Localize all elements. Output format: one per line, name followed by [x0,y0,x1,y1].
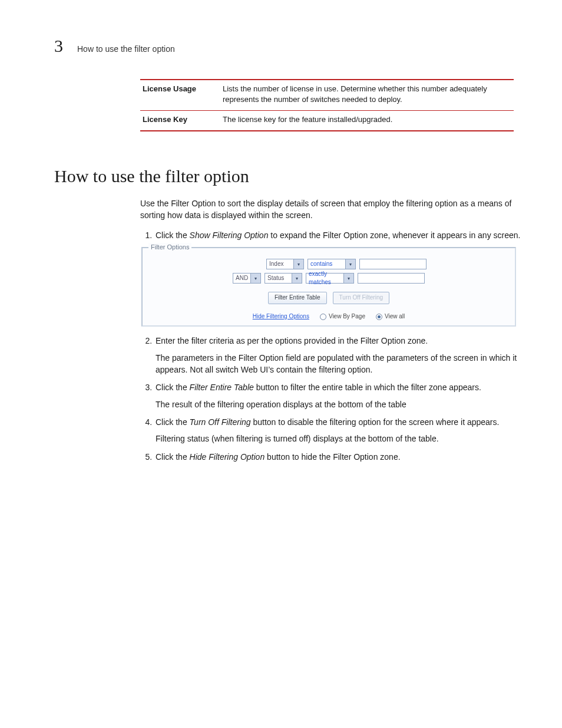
table-row: License Usage Lists the number of licens… [140,80,514,111]
license-key-desc: The license key for the feature installe… [220,111,514,131]
license-table: License Usage Lists the number of licens… [140,79,514,132]
value-input-2[interactable] [358,273,425,284]
logic-select[interactable]: AND ▾ [233,273,261,284]
filter-entire-table-button[interactable]: Filter Entire Table [268,292,327,304]
value-input-1[interactable] [359,259,427,269]
chevron-down-icon: ▾ [293,259,303,269]
chevron-down-icon: ▾ [250,274,260,283]
logic-select-value: AND [236,274,248,283]
chapter-number: 3 [54,33,63,59]
step-5: Click the Hide Filtering Option button t… [154,451,528,463]
view-all-radio[interactable]: View all [376,312,405,321]
step-emphasis: Turn Off Filtering [190,417,251,427]
step-text: button to hide the Filter Option zone. [265,452,400,462]
radio-label: View all [385,312,405,321]
license-usage-desc: Lists the number of license in use. Dete… [220,80,514,111]
step-2: Enter the filter criteria as per the opt… [154,335,528,375]
radio-icon [376,314,382,320]
turn-off-filtering-button[interactable]: Turn Off Filtering [333,292,389,304]
filter-options-panel: Filter Options Index ▾ contains ▾ [141,247,516,327]
step-note: The parameters in the Filter Option fiel… [156,352,528,376]
radio-icon [320,314,326,320]
operator-select-1[interactable]: contains ▾ [308,259,356,269]
steps-list: Click the Show Filtering Option to expan… [140,229,528,463]
chevron-down-icon: ▾ [343,274,353,283]
step-emphasis: Filter Entire Table [190,383,254,392]
step-text: Enter the filter criteria as per the opt… [156,336,428,345]
field-select-1-value: Index [269,260,283,269]
step-text: Click the [156,383,190,392]
operator-select-2[interactable]: exactly matches ▾ [306,273,354,284]
step-4: Click the Turn Off Filtering button to d… [154,416,528,445]
step-1: Click the Show Filtering Option to expan… [154,229,528,327]
step-text: to expand the Filter Option zone, whenev… [268,230,520,240]
view-by-page-radio[interactable]: View By Page [320,312,365,321]
page: 3 How to use the filter option License U… [0,0,562,728]
field-select-2[interactable]: Status ▾ [265,273,302,284]
chapter-title: How to use the filter option [77,43,175,55]
hide-filtering-options-link[interactable]: Hide Filtering Options [253,312,309,321]
step-emphasis: Hide Filtering Option [190,452,265,462]
chevron-down-icon: ▾ [345,259,355,269]
filter-options-figure: Filter Options Index ▾ contains ▾ [141,247,516,327]
step-emphasis: Show Filtering Option [190,230,269,240]
operator-select-2-value: exactly matches [309,270,343,287]
filter-options-legend: Filter Options [148,243,191,252]
step-note: The result of the filtering operation di… [156,398,528,410]
radio-label: View By Page [329,312,365,321]
step-text: Click the [156,417,190,427]
license-usage-key: License Usage [140,80,220,111]
step-text: button to filter the entire table in whi… [254,383,481,392]
filter-row-2: AND ▾ Status ▾ exactly matches ▾ [233,273,425,284]
running-head: 3 How to use the filter option [54,33,510,59]
table-row: License Key The license key for the feat… [140,111,514,131]
field-select-1[interactable]: Index ▾ [266,259,304,269]
section-intro: Use the Filter Option to sort the displa… [140,197,514,222]
license-key-key: License Key [140,111,220,131]
field-select-2-value: Status [267,274,284,283]
filter-row-1: Index ▾ contains ▾ [231,259,427,269]
chevron-down-icon: ▾ [292,274,302,283]
section-heading: How to use the filter option [54,163,510,189]
step-note: Filtering status (when filtering is turn… [156,433,528,444]
step-text: Click the [156,230,190,240]
step-text: button to disable the filtering option f… [251,417,500,427]
operator-select-1-value: contains [310,260,332,269]
step-text: Click the [156,452,190,462]
step-3: Click the Filter Entire Table button to … [154,381,528,410]
